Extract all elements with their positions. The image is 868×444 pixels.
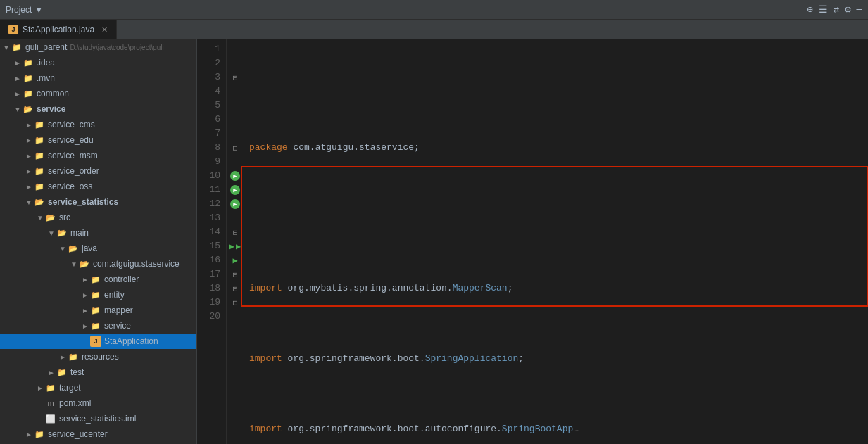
tab-bar: J StaApplication.java ✕ (0, 20, 868, 39)
cms-label: service_cms (48, 120, 95, 129)
fold-icon-18[interactable]: ⊟ (233, 284, 238, 293)
gutter-play-icon-15[interactable]: ▶ (236, 241, 241, 252)
sidebar-item-mapper[interactable]: ► 📁 mapper (0, 303, 196, 318)
structure-icon[interactable]: ☰ (819, 4, 828, 15)
msm-arrow: ► (25, 152, 34, 160)
stats-label: service_statistics (48, 197, 118, 207)
edu-arrow: ► (25, 137, 34, 144)
import-class-5: SpringBootApp (502, 422, 573, 436)
fold-icon-17[interactable]: ⊟ (233, 270, 238, 279)
gutter-run-icon-16[interactable]: ▶ (232, 255, 237, 266)
main-label: main (70, 228, 89, 238)
order-folder-icon: 📁 (34, 165, 45, 177)
import-pkg-5: org.springframework.boot.autoconfigure. (288, 422, 502, 436)
settings-icon[interactable]: ⚙ (845, 4, 850, 15)
sidebar-item-service-ucenter[interactable]: ► 📁 service_ucenter (0, 426, 196, 442)
sidebar-item-pom-stats[interactable]: m pom.xml (0, 395, 196, 411)
editor[interactable]: 1 2 3 4 5 6 7 8 9 10 11 12 13 14 15 16 1… (197, 39, 868, 444)
pkg-folder-icon: 📂 (79, 258, 90, 269)
pkg-label: com.atguigu.staservice (93, 259, 180, 269)
pkg-arrow: ▼ (70, 260, 79, 268)
sidebar-item-service-pkg[interactable]: ► 📁 service (0, 318, 196, 334)
gutter-run-icon-11[interactable]: ▶ (230, 185, 240, 195)
tab-label: StaApplication.java (23, 25, 94, 34)
sidebar-item-idea[interactable]: ► 📁 .idea (0, 55, 196, 70)
target-label: target (59, 383, 81, 393)
sidebar-item-java[interactable]: ▼ 📂 java (0, 241, 196, 256)
cms-folder-icon: 📁 (34, 119, 45, 130)
tab-close-icon[interactable]: ✕ (101, 25, 108, 34)
sidebar-item-service-edu[interactable]: ► 📁 service_edu (0, 132, 196, 148)
sidebar-item-service-statistics[interactable]: ▼ 📂 service_statistics (0, 194, 196, 210)
test-folder-icon: 📁 (56, 367, 68, 378)
oss-folder-icon: 📁 (34, 181, 45, 192)
code-content[interactable]: package com.atguigu.staservice; import o… (244, 39, 868, 444)
sync-icon[interactable]: ⇄ (834, 4, 839, 15)
minimize-icon[interactable]: — (857, 4, 862, 15)
svc-pkg-folder-icon: 📁 (90, 320, 101, 331)
fold-icon-14[interactable]: ⊟ (233, 228, 238, 237)
oss-label: service_oss (48, 182, 92, 191)
common-arrow: ► (14, 90, 23, 98)
test-label: test (70, 367, 84, 377)
fold-icon-19[interactable]: ⊟ (233, 298, 238, 307)
sidebar-item-service-msm[interactable]: ► 📁 service_msm (0, 148, 196, 163)
code-line-1: package com.atguigu.staservice; (249, 141, 868, 155)
sidebar-item-service-oss[interactable]: ► 📁 service_oss (0, 179, 196, 194)
gutter-run-icon-15[interactable]: ▶ (229, 241, 234, 252)
tab-sta-application[interactable]: J StaApplication.java ✕ (0, 20, 117, 39)
kw-import-3: import (249, 281, 288, 296)
sidebar-item-stats-iml[interactable]: ⬜ service_statistics.iml (0, 411, 196, 426)
main-layout: ▼ 📁 guli_parent D:\study\java\code\proje… (0, 39, 868, 444)
sidebar-item-target[interactable]: ► 📁 target (0, 380, 196, 395)
mapper-label: mapper (104, 305, 133, 315)
common-label: common (37, 89, 69, 99)
top-bar-icons: ⊕ ☰ ⇄ ⚙ — (807, 4, 862, 15)
sidebar-item-sta-application[interactable]: J StaApplication (0, 334, 196, 349)
sidebar-item-package[interactable]: ▼ 📂 com.atguigu.staservice (0, 256, 196, 272)
sidebar-item-service[interactable]: ▼ 📂 service (0, 101, 196, 117)
kw-import-4: import (249, 352, 288, 366)
code-line-3: import org.mybatis.spring.annotation.Map… (249, 281, 868, 296)
entity-label: entity (104, 290, 125, 300)
stats-arrow: ▼ (25, 198, 34, 206)
project-label[interactable]: Project ▼ (6, 5, 43, 15)
sidebar-item-main[interactable]: ▼ 📂 main (0, 225, 196, 241)
sidebar-item-common[interactable]: ► 📁 common (0, 86, 196, 101)
gutter-run-icon-12[interactable]: ▶ (230, 199, 240, 209)
root-path: D:\study\java\code\project\guli (70, 44, 163, 51)
mvn-label: .mvn (37, 73, 55, 83)
res-arrow: ► (59, 353, 68, 361)
pom-stats-label: pom.xml (59, 398, 91, 408)
target-folder-icon: 📁 (45, 382, 56, 393)
new-window-icon[interactable]: ⊕ (807, 4, 812, 15)
msm-folder-icon: 📁 (34, 150, 45, 161)
project-dropdown-icon[interactable]: ▼ (34, 5, 43, 15)
pom-stats-icon: m (45, 398, 56, 409)
fold-icon-3[interactable]: ⊟ (233, 73, 238, 82)
java-folder-icon: 📂 (68, 243, 79, 254)
sidebar-item-service-cms[interactable]: ► 📁 service_cms (0, 117, 196, 132)
sidebar-item-src[interactable]: ▼ 📂 src (0, 210, 196, 225)
service-arrow: ▼ (14, 106, 23, 113)
fold-icon-8[interactable]: ⊟ (233, 144, 238, 153)
ucenter-label: service_ucenter (48, 429, 108, 439)
sidebar[interactable]: ▼ 📁 guli_parent D:\study\java\code\proje… (0, 39, 197, 444)
sidebar-item-resources[interactable]: ► 📁 resources (0, 349, 196, 364)
entity-arrow: ► (82, 291, 90, 299)
sidebar-item-test[interactable]: ► 📁 test (0, 364, 196, 380)
tree-root[interactable]: ▼ 📁 guli_parent D:\study\java\code\proje… (0, 39, 196, 55)
sidebar-item-entity[interactable]: ► 📁 entity (0, 287, 196, 303)
idea-folder-icon: 📁 (23, 57, 34, 68)
sta-app-java-icon: J (90, 336, 101, 347)
sidebar-item-service-order[interactable]: ► 📁 service_order (0, 163, 196, 179)
sidebar-item-mvn[interactable]: ► 📁 .mvn (0, 70, 196, 86)
svc-pkg-arrow: ► (82, 322, 90, 330)
gutter-run-icon-10[interactable]: ▶ (230, 171, 240, 181)
sidebar-item-controller[interactable]: ► 📁 controller (0, 272, 196, 287)
mvn-folder-icon: 📁 (23, 72, 34, 84)
package-name: com.atguigu.staservice; (293, 141, 419, 155)
ucenter-arrow: ► (25, 431, 34, 438)
main-folder-icon: 📂 (56, 227, 68, 239)
src-folder-icon: 📂 (45, 212, 56, 223)
